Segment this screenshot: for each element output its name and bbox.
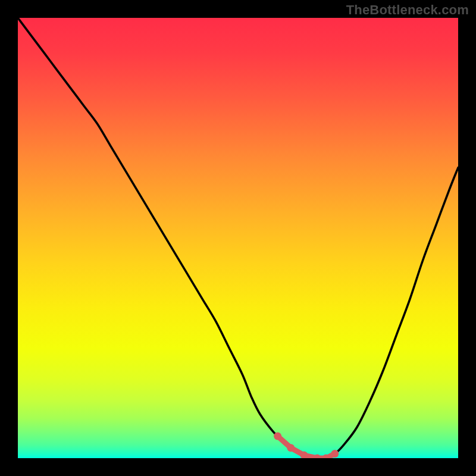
bottleneck-curve [18, 18, 458, 458]
curve-layer [18, 18, 458, 458]
frame-border-left [0, 0, 18, 476]
chart-frame: TheBottleneck.com [0, 0, 476, 476]
frame-border-bottom [0, 458, 476, 476]
watermark-text: TheBottleneck.com [346, 2, 469, 18]
frame-border-right [458, 0, 476, 476]
